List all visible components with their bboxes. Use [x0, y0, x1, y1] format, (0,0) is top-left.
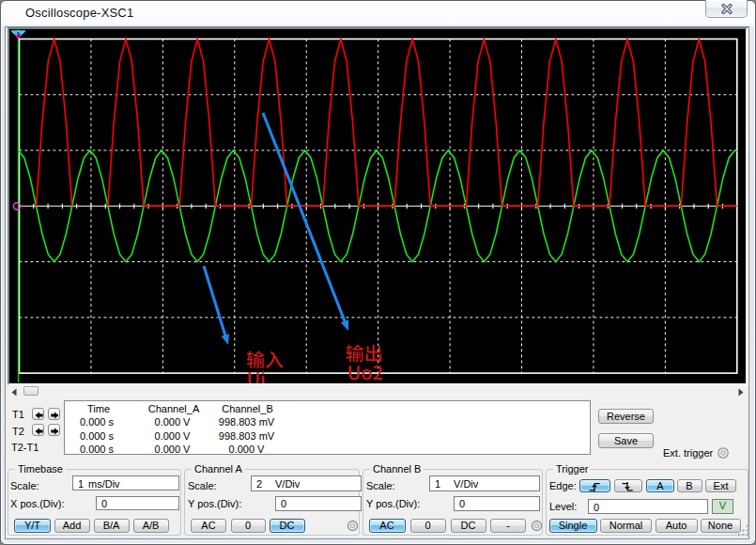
channel-b-scale-unit: V/Div: [454, 478, 478, 490]
channel-a-scale-input[interactable]: 2 V/Div: [251, 475, 362, 491]
scope-screen[interactable]: 1: [9, 29, 745, 383]
trigger-none-button[interactable]: None: [701, 519, 741, 533]
channel-b-scale-label: Scale:: [366, 480, 395, 491]
channel-a-ypos-label: Y pos.(Div):: [188, 498, 241, 509]
oscilloscope-window: Oscilloscope-XSC1 1 T1 T2 T2-T1: [0, 0, 756, 545]
timebase-scale-value: 1: [78, 478, 84, 490]
trigger-rising-edge-button[interactable]: [579, 479, 610, 493]
timebase-ba-button[interactable]: B/A: [94, 519, 130, 533]
save-button[interactable]: Save: [598, 433, 654, 448]
timebase-scale-label: Scale:: [10, 480, 39, 491]
col-header-channel-a: Channel_A: [148, 403, 199, 414]
t1-time: 0.000 s: [80, 416, 114, 428]
t1-left-button[interactable]: [32, 408, 44, 420]
cursor1-number: 1: [17, 31, 21, 38]
trigger-level-value: 0: [594, 502, 599, 513]
trigger-level-unit[interactable]: V: [712, 499, 733, 514]
trigger-title: Trigger: [553, 463, 591, 475]
trigger-edge-label: Edge:: [549, 480, 577, 491]
readout-table: [64, 400, 591, 455]
timebase-xpos-label: X pos.(Div):: [10, 498, 64, 509]
trigger-single-button[interactable]: Single: [549, 519, 597, 533]
annotation-text-glyph: [262, 371, 265, 383]
right-triangle-glyph: [733, 386, 748, 398]
channel-b-minus-button[interactable]: -: [490, 519, 526, 533]
ext-trigger-connector-icon: [717, 446, 730, 459]
channel-b-ypos-label: Y pos.(Div):: [366, 498, 420, 509]
col-header-channel-b: Channel_B: [222, 403, 272, 414]
title-bar[interactable]: Oscilloscope-XSC1: [0, 0, 756, 26]
t1-channel-a: 0.000 V: [155, 416, 191, 428]
t2-channel-b: 998.803 mV: [219, 430, 274, 442]
t2-left-button[interactable]: [32, 424, 44, 436]
falling-edge-icon: [621, 481, 636, 491]
timebase-xpos-input[interactable]: 0: [96, 496, 179, 511]
cursor-diff-label: T2-T1: [11, 442, 39, 453]
channel-a-dc-button[interactable]: DC: [270, 519, 305, 533]
channel-a-title: Channel A: [192, 463, 245, 475]
close-button[interactable]: [705, 0, 748, 18]
channel-b-connector-icon: [531, 520, 543, 532]
t2-channel-a: 0.000 V: [155, 430, 191, 442]
timebase-scale-unit: ms/Div: [88, 478, 120, 490]
channel-b-ypos-input[interactable]: 0: [454, 496, 540, 511]
trigger-falling-edge-button[interactable]: [614, 479, 642, 493]
cursor1-label: T1: [12, 409, 24, 420]
scope-scrollbar[interactable]: [8, 385, 748, 397]
channel-a-0-button[interactable]: 0: [231, 519, 266, 533]
timebase-pos-value: 0: [101, 498, 107, 509]
trigger-normal-button[interactable]: Normal: [600, 519, 652, 533]
channel-a-ypos-input[interactable]: 0: [275, 496, 362, 511]
scrollbar-right-arrow-icon[interactable]: [733, 385, 748, 397]
close-icon: [720, 3, 733, 14]
ext-trigger-label: Ext. trigger: [663, 447, 713, 459]
channel-a-scale-label: Scale:: [188, 480, 217, 491]
rising-edge-icon: [588, 481, 603, 491]
channel-a-ac-button[interactable]: AC: [191, 519, 226, 533]
t2-time: 0.000 s: [80, 430, 114, 442]
channel-a-connector-icon: [347, 520, 359, 532]
timebase-scale-input[interactable]: 1 ms/Div: [72, 475, 179, 490]
trigger-auto-button[interactable]: Auto: [656, 519, 698, 533]
col-header-time: Time: [87, 403, 110, 414]
reverse-button[interactable]: Reverse: [598, 409, 654, 424]
tdiff-time: 0.000 s: [80, 444, 114, 455]
channel-a-scale-value: 2: [256, 478, 262, 490]
channel-b-scale-input[interactable]: 1 V/Div: [429, 475, 540, 491]
left-triangle-glyph: [8, 386, 22, 398]
tdiff-channel-b: 0.000 V: [229, 444, 265, 455]
channel-b-dc-button[interactable]: DC: [451, 519, 486, 533]
resize-grip-icon[interactable]: [738, 524, 751, 537]
cursor2-label: T2: [12, 426, 24, 437]
channel-b-scale-value: 1: [435, 478, 440, 490]
channel-a-pos-value: 0: [281, 498, 286, 509]
trigger-level-input[interactable]: 0: [588, 499, 708, 514]
scrollbar-thumb[interactable]: [23, 386, 39, 396]
timebase-ab-button[interactable]: A/B: [133, 519, 169, 533]
t1-channel-b: 998.803 mV: [219, 416, 274, 428]
timebase-title: Timebase: [15, 463, 66, 475]
channel-b-0-button[interactable]: 0: [410, 519, 446, 533]
trigger-level-label: Level:: [549, 501, 577, 512]
scrollbar-left-arrow-icon[interactable]: [8, 385, 22, 397]
trigger-source-a-button[interactable]: A: [646, 479, 674, 493]
t1-right-button[interactable]: [48, 408, 60, 420]
arrow-right-icon: [50, 411, 60, 420]
arrow-left-icon: [34, 427, 44, 436]
t2-right-button[interactable]: [48, 424, 60, 436]
trigger-source-b-button[interactable]: B: [677, 479, 702, 493]
channel-b-ac-button[interactable]: AC: [369, 519, 406, 533]
arrow-right-icon: [50, 427, 60, 436]
tdiff-channel-a: 0.000 V: [155, 444, 191, 455]
timebase-add-button[interactable]: Add: [54, 519, 90, 533]
channel-a-scale-unit: V/Div: [275, 478, 300, 490]
trigger-source-ext-button[interactable]: Ext: [705, 479, 736, 493]
window-title: Oscilloscope-XSC1: [25, 6, 133, 20]
channel-b-title: Channel B: [370, 463, 424, 475]
channel-b-pos-value: 0: [459, 498, 465, 509]
arrow-left-icon: [34, 411, 44, 420]
timebase-yt-button[interactable]: Y/T: [14, 519, 51, 533]
